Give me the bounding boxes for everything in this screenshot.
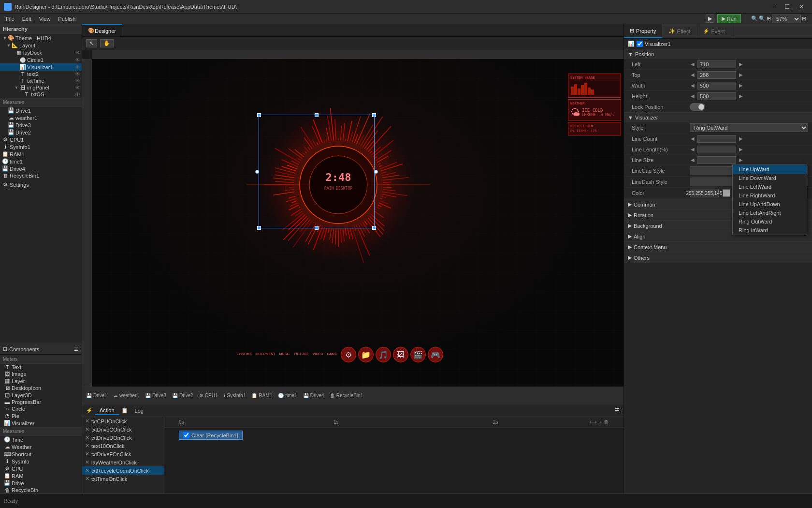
tree-item-weather1[interactable]: ☁ weather1: [0, 114, 82, 121]
menu-view[interactable]: View: [35, 15, 55, 23]
action-txtRecycleCountOnClick[interactable]: ✕ txtRecycleCountOnClick: [82, 466, 164, 475]
tree-item-drive4[interactable]: 💾 Drive4: [0, 165, 82, 172]
timeline-event[interactable]: Clear [RecycleBin1]: [179, 431, 243, 440]
run-button[interactable]: ▶ Run: [717, 14, 741, 23]
action-txtDriveFOnClick[interactable]: ✕ txtDriveFOnClick: [82, 450, 164, 458]
measure-drive[interactable]: 💾 Drive: [0, 479, 82, 487]
minimize-button[interactable]: —: [766, 1, 779, 12]
tree-item-time1[interactable]: 🕐 time1: [0, 158, 82, 165]
component-progressbar[interactable]: ▬ ProgressBar: [0, 399, 82, 405]
dropdown-item-ringoutward[interactable]: Ring OutWard: [733, 217, 807, 226]
left-decrement[interactable]: ◀: [690, 61, 696, 67]
linecount-decrement[interactable]: ◀: [690, 136, 696, 141]
item-drive3[interactable]: 💾 Drive3: [145, 393, 166, 398]
measure-ram[interactable]: 📋 RAM: [0, 472, 82, 479]
measure-sysinfo[interactable]: ℹ SysInfo: [0, 458, 82, 465]
hand-tool[interactable]: ✋: [100, 39, 114, 47]
tree-item-text2[interactable]: T text2 👁: [0, 71, 82, 77]
dropdown-item-ringinward[interactable]: Ring InWard: [733, 226, 807, 235]
item-recyclebin1[interactable]: 🗑 RecycleBin1: [330, 393, 363, 398]
select-tool[interactable]: ↖: [86, 39, 97, 47]
measure-time[interactable]: 🕐 Time: [0, 436, 82, 443]
item-sysinfo1[interactable]: ℹ SysInfo1: [224, 393, 246, 398]
action-txtTimeOnClick[interactable]: ✕ txtTimeOnClick: [82, 475, 164, 483]
measure-cpu[interactable]: ⚙ CPU: [0, 465, 82, 472]
tree-item-drive2[interactable]: 💾 Drive2: [0, 129, 82, 136]
component-layer[interactable]: ▦ Layer: [0, 377, 82, 385]
tab-designer[interactable]: 🎨 Designer: [82, 24, 122, 36]
item-ram1[interactable]: 📋 RAM1: [251, 393, 272, 398]
tree-item-visualizer1[interactable]: 📊 Visualizer1 👁: [0, 63, 82, 71]
dropdown-item-lineupanddown[interactable]: Line UpAndDown: [733, 200, 807, 209]
menu-edit[interactable]: Edit: [18, 15, 35, 23]
action-layWeatherOnClick[interactable]: ✕ layWeatherOnClick: [82, 458, 164, 466]
left-increment[interactable]: ▶: [738, 61, 744, 67]
tree-item-txtos[interactable]: T txtOS 👁: [0, 91, 82, 98]
eye-icon[interactable]: 👁: [74, 91, 81, 97]
design-canvas[interactable]: // This will be static SVG: [92, 59, 624, 387]
item-drive2[interactable]: 💾 Drive2: [172, 393, 193, 398]
select-tool-button[interactable]: ▶: [706, 15, 714, 23]
width-decrement[interactable]: ◀: [690, 83, 696, 88]
tree-item-settings[interactable]: ⚙ Settings: [0, 181, 82, 188]
tree-item-theme[interactable]: ▼ 🎨 Theme - HUD4: [0, 34, 82, 42]
color-input[interactable]: 255,255,255,145: [690, 189, 719, 197]
menu-icon[interactable]: ☰: [74, 346, 79, 352]
action-text10OnClick[interactable]: ✕ text10OnClick: [82, 442, 164, 450]
action-txtDriveDOnClick[interactable]: ✕ txtDriveDOnClick: [82, 433, 164, 442]
item-drive4[interactable]: 💾 Drive4: [303, 393, 324, 398]
dropdown-item-lineleftandright[interactable]: Line LeftAndRight: [733, 209, 807, 217]
color-swatch[interactable]: [723, 189, 730, 197]
component-layer3d[interactable]: ▧ Layer3D: [0, 391, 82, 399]
tab-action[interactable]: Action: [95, 406, 119, 415]
lock-position-toggle[interactable]: [690, 103, 705, 111]
tree-item-circle1[interactable]: ⬤ Circle1 👁: [0, 56, 82, 63]
action-txtDriveCOnClick[interactable]: ✕ txtDriveCOnClick: [82, 425, 164, 433]
timeline-expand-icon[interactable]: ⟷: [589, 419, 597, 425]
linelength-decrement[interactable]: ◀: [690, 147, 696, 152]
canvas-area[interactable]: 200 300 400 500 600 700 800 900 1000 110…: [82, 50, 624, 387]
prop-input-width[interactable]: [697, 82, 736, 90]
tab-property[interactable]: ⊞ Property: [624, 24, 663, 38]
prop-input-left[interactable]: [697, 60, 736, 68]
tree-item-imgpanel[interactable]: ▼ 🖼 imgPanel 👁: [0, 84, 82, 91]
eye-icon[interactable]: 👁: [74, 71, 81, 77]
item-cpu1[interactable]: ⚙ CPU1: [199, 393, 218, 398]
timeline-event-checkbox[interactable]: [183, 432, 189, 438]
visualizer-section-header[interactable]: ▼ Visualizer: [624, 113, 812, 122]
position-section-header[interactable]: ▼ Position: [624, 49, 812, 59]
dropdown-item-linerightward[interactable]: Line RightWard: [733, 191, 807, 200]
component-desktopicon[interactable]: 🖥 DesktopIcon: [0, 385, 82, 391]
tree-item-recyclebin1[interactable]: 🗑 RecycleBin1: [0, 172, 82, 179]
measure-weather[interactable]: ☁ Weather: [0, 443, 82, 450]
eye-icon[interactable]: 👁: [74, 50, 81, 56]
component-circle[interactable]: ○ Circle: [0, 405, 82, 412]
contextmenu-section-header[interactable]: ▶ Context Menu: [624, 242, 812, 252]
components-tab[interactable]: Components: [9, 346, 39, 352]
tab-log[interactable]: Log: [130, 407, 148, 415]
dropdown-item-linedownward[interactable]: Line DownWard: [733, 174, 807, 182]
component-image[interactable]: 🖼 Image: [0, 371, 82, 377]
linesize-increment[interactable]: ▶: [738, 157, 744, 163]
hierarchy-tree[interactable]: ▼ 🎨 Theme - HUD4 ▼ 📐 Layout ▦ layDock 👁: [0, 34, 82, 344]
action-txtCPUOnClick[interactable]: ✕ txtCPUOnClick: [82, 417, 164, 425]
linecount-increment[interactable]: ▶: [738, 136, 744, 141]
dropdown-item-lineupward[interactable]: Line UpWard: [733, 165, 807, 174]
item-drive1[interactable]: 💾 Drive1: [86, 393, 107, 398]
item-time1[interactable]: 🕐 time1: [278, 393, 297, 398]
tree-item-ram1[interactable]: 📋 RAM1: [0, 150, 82, 158]
component-visualizer[interactable]: 📊 Visualizer: [0, 419, 82, 427]
component-text[interactable]: T Text: [0, 364, 82, 371]
timeline-add-icon[interactable]: +: [599, 419, 602, 425]
style-dropdown[interactable]: Line UpWard Line DownWard Line LeftWard …: [732, 164, 807, 235]
tab-effect[interactable]: ✨ Effect: [663, 24, 697, 38]
top-decrement[interactable]: ◀: [690, 72, 696, 77]
tree-item-drive1[interactable]: 💾 Drive1: [0, 107, 82, 114]
close-button[interactable]: ✕: [795, 1, 808, 12]
tree-item-layout[interactable]: ▼ 📐 Layout: [0, 42, 82, 49]
zoom-select[interactable]: 57% 100% 75%: [772, 15, 801, 23]
maximize-button[interactable]: ☐: [780, 1, 794, 12]
dropdown-item-lineleftward[interactable]: Line LeftWard: [733, 182, 807, 191]
style-select[interactable]: Ring OutWard Line UpWard Line DownWard L…: [690, 123, 808, 132]
component-pie[interactable]: ◔ Pie: [0, 412, 82, 419]
